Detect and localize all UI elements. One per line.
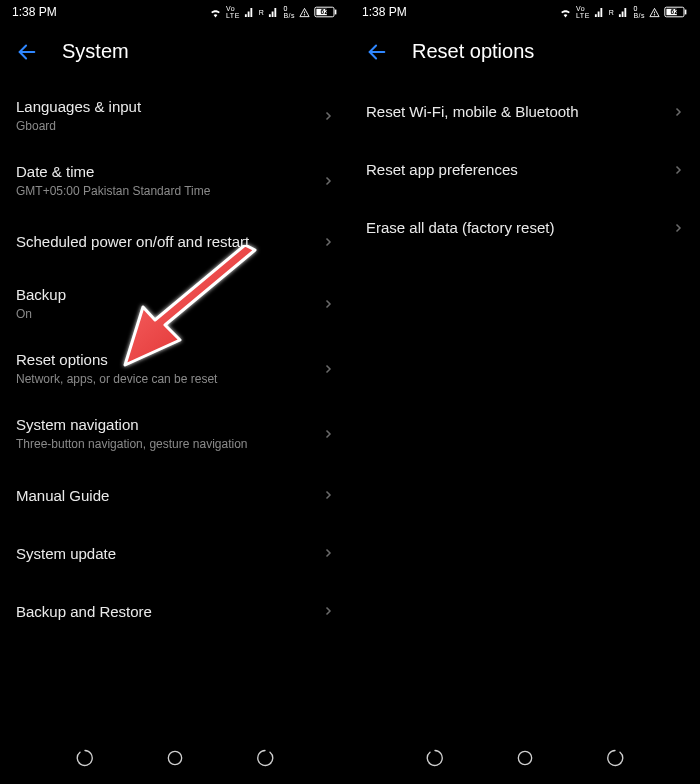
phone-left: 1:38 PM VoLTE R 0B/s 62 System [0, 0, 350, 784]
settings-list[interactable]: Languages & input Gboard Date & time GMT… [0, 71, 350, 732]
signal1-label: R [609, 9, 615, 16]
item-erase-all-data[interactable]: Erase all data (factory reset) [350, 199, 700, 257]
chevron-right-icon [322, 110, 334, 122]
page-title: System [62, 40, 129, 63]
back-button[interactable] [366, 41, 388, 63]
item-title: Languages & input [16, 97, 314, 117]
item-manual-guide[interactable]: Manual Guide [0, 466, 350, 524]
item-subtitle: Gboard [16, 119, 314, 135]
signal1-label: R [259, 9, 265, 16]
chevron-right-icon [322, 236, 334, 248]
item-subtitle: Network, apps, or device can be reset [16, 372, 314, 388]
item-title: Date & time [16, 162, 314, 182]
phone-right: 1:38 PM VoLTE R 0B/s 62 Reset [350, 0, 700, 784]
chevron-right-icon [322, 547, 334, 559]
svg-point-15 [518, 751, 531, 764]
battery-icon: 62 [664, 6, 688, 18]
item-reset-app-prefs[interactable]: Reset app preferences [350, 141, 700, 199]
header: System [0, 24, 350, 71]
item-title: Erase all data (factory reset) [366, 218, 664, 238]
item-subtitle: Three-button navigation, gesture navigat… [16, 437, 314, 453]
item-backup[interactable]: Backup On [0, 271, 350, 336]
status-indicators: VoLTE R 0B/s 62 [209, 5, 338, 19]
svg-point-7 [168, 751, 181, 764]
item-reset-wifi[interactable]: Reset Wi-Fi, mobile & Bluetooth [350, 83, 700, 141]
status-indicators: VoLTE R 0B/s 62 [559, 5, 688, 19]
chevron-right-icon [672, 164, 684, 176]
wifi-icon [559, 6, 572, 19]
item-backup-restore[interactable]: Backup and Restore [0, 582, 350, 640]
signal1-icon [594, 7, 605, 18]
signal2-icon [268, 7, 279, 18]
item-subtitle: GMT+05:00 Pakistan Standard Time [16, 184, 314, 200]
warn-icon [299, 7, 310, 18]
item-subtitle: On [16, 307, 314, 323]
header: Reset options [350, 24, 700, 71]
volte-icon: VoLTE [226, 5, 240, 19]
status-bar: 1:38 PM VoLTE R 0B/s 62 [350, 0, 700, 24]
chevron-right-icon [672, 106, 684, 118]
signal1-icon [244, 7, 255, 18]
status-time: 1:38 PM [12, 5, 209, 19]
item-reset-options[interactable]: Reset options Network, apps, or device c… [0, 336, 350, 401]
chevron-right-icon [322, 298, 334, 310]
back-button[interactable] [16, 41, 38, 63]
item-title: Reset options [16, 350, 314, 370]
svg-rect-11 [685, 10, 687, 15]
chevron-right-icon [322, 605, 334, 617]
status-bar: 1:38 PM VoLTE R 0B/s 62 [0, 0, 350, 24]
volte-icon: VoLTE [576, 5, 590, 19]
chevron-right-icon [322, 428, 334, 440]
nav-home-button[interactable] [157, 740, 193, 776]
item-title: Reset app preferences [366, 160, 664, 180]
item-title: Scheduled power on/off and restart [16, 232, 314, 252]
data-icon: 0B/s [283, 5, 295, 19]
nav-home-button[interactable] [507, 740, 543, 776]
warn-icon [649, 7, 660, 18]
item-languages-input[interactable]: Languages & input Gboard [0, 83, 350, 148]
nav-bar [0, 732, 350, 784]
nav-bar [350, 732, 700, 784]
reset-list[interactable]: Reset Wi-Fi, mobile & Bluetooth Reset ap… [350, 71, 700, 732]
nav-back-button[interactable] [597, 740, 633, 776]
item-title: Manual Guide [16, 486, 314, 506]
wifi-icon [209, 6, 222, 19]
item-date-time[interactable]: Date & time GMT+05:00 Pakistan Standard … [0, 148, 350, 213]
item-title: Reset Wi-Fi, mobile & Bluetooth [366, 102, 664, 122]
svg-text:62: 62 [320, 8, 328, 15]
item-system-update[interactable]: System update [0, 524, 350, 582]
chevron-right-icon [322, 363, 334, 375]
item-title: Backup [16, 285, 314, 305]
data-icon: 0B/s [633, 5, 645, 19]
chevron-right-icon [322, 489, 334, 501]
item-system-navigation[interactable]: System navigation Three-button navigatio… [0, 401, 350, 466]
item-scheduled-power[interactable]: Scheduled power on/off and restart [0, 213, 350, 271]
chevron-right-icon [322, 175, 334, 187]
svg-rect-3 [335, 10, 337, 15]
nav-recents-button[interactable] [417, 740, 453, 776]
svg-text:62: 62 [670, 8, 678, 15]
signal2-icon [618, 7, 629, 18]
chevron-right-icon [672, 222, 684, 234]
nav-recents-button[interactable] [67, 740, 103, 776]
svg-point-1 [304, 14, 305, 15]
status-time: 1:38 PM [362, 5, 559, 19]
item-title: System navigation [16, 415, 314, 435]
item-title: System update [16, 544, 314, 564]
nav-back-button[interactable] [247, 740, 283, 776]
item-title: Backup and Restore [16, 602, 314, 622]
page-title: Reset options [412, 40, 534, 63]
battery-icon: 62 [314, 6, 338, 18]
svg-point-9 [654, 14, 655, 15]
